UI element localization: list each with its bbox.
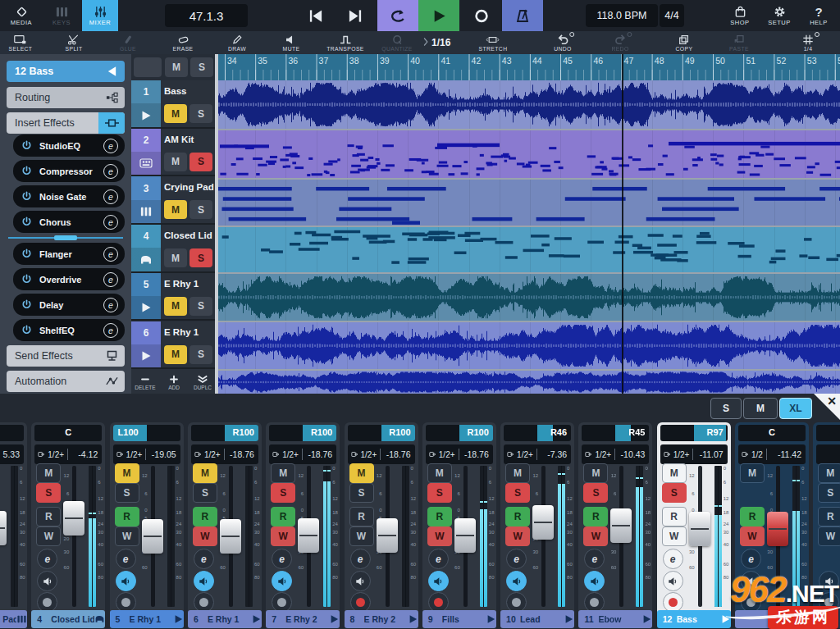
channel-edit-button[interactable]: e [37,549,57,569]
automation-write-button[interactable]: W [271,526,295,546]
record-button[interactable] [461,0,502,31]
channel-edit-button[interactable]: e [741,549,761,569]
cycle-button[interactable] [377,0,418,31]
channel-label[interactable]: 9Fills [422,610,496,628]
effect-slot-overdrive[interactable]: Overdrivee [13,268,125,290]
output-volume-row[interactable]: 1/2+-18.76 [348,444,415,464]
track-row-5[interactable]: 5E Rhy 1MS [131,273,215,321]
effect-slot-studioeq[interactable]: StudioEQe [13,134,125,157]
routing-button[interactable]: Routing [7,87,125,108]
track-solo-button[interactable]: S [189,248,212,267]
track-solo-button[interactable]: S [189,104,212,123]
channel-edit-button[interactable]: e [663,549,683,569]
output-volume-row[interactable] [816,444,840,464]
effect-slot-flanger[interactable]: Flangere [13,243,125,265]
automation-read-button[interactable]: R [115,507,139,526]
automation-write-button[interactable]: W [349,526,374,546]
monitor-button[interactable] [350,571,371,591]
track-solo-button[interactable]: S [189,345,212,364]
pan-control[interactable]: C [34,425,102,441]
volume-fader[interactable] [63,501,84,536]
channel-edit-button[interactable]: e [272,549,292,569]
position-display[interactable]: 47.1.3 [165,4,248,27]
clip-row-7[interactable] [218,371,840,394]
channel-mute-button[interactable]: M [740,463,765,483]
volume-fader[interactable] [298,518,319,553]
tool-mute-button[interactable]: MUTE [283,31,300,54]
output-volume-row[interactable]: 1/2+-18.76 [426,444,493,464]
channel-label[interactable]: 4Closed Lid [31,610,105,628]
mixer-tab[interactable]: MIXER [82,0,118,31]
tool-grid-button[interactable]: 1/4 [801,31,815,54]
channel-label[interactable]: 5E Rhy 1 [110,610,184,628]
channel-edit-button[interactable]: e [506,549,527,569]
mixer-size-m-button[interactable]: M [743,398,778,419]
clip-row-4[interactable] [218,227,840,272]
edit-effect-icon[interactable]: e [103,272,118,287]
automation-write-button[interactable]: W [818,526,840,546]
volume-fader[interactable] [767,512,788,546]
automation-read-button[interactable]: R [271,507,295,526]
tool-glue-button[interactable]: GLUE [120,31,136,54]
track-mute-button[interactable]: M [164,153,187,171]
tool-paste-button[interactable]: PASTE [729,31,749,54]
automation-read-button[interactable]: R [427,507,452,526]
automation-write-button[interactable]: W [505,526,530,546]
pan-control[interactable]: R100 [348,425,415,441]
scroll-indicator[interactable] [8,237,123,239]
pan-control[interactable]: R100 [269,425,336,441]
volume-fader[interactable] [689,512,710,546]
channel-solo-button[interactable]: S [818,483,840,503]
track-solo-button[interactable]: S [189,297,212,316]
channel-mute-button[interactable]: M [193,463,217,483]
clip-row-5[interactable] [218,274,840,321]
monitor-button[interactable] [584,571,605,591]
track-solo-button[interactable]: S [189,153,212,171]
automation-read-button[interactable]: R [36,507,61,526]
close-mixer-icon[interactable]: ✕ [827,394,837,408]
channel-mute-button[interactable]: M [427,463,452,483]
channel-edit-button[interactable]: e [194,549,214,569]
output-volume-row[interactable]: 1/2+-18.76 [191,444,258,464]
monitor-button[interactable] [116,571,136,591]
track-row-4[interactable]: 4Closed LidMS [131,225,215,273]
output-volume-row[interactable]: 5.33 [0,444,24,464]
automation-write-button[interactable]: W [427,526,452,546]
automation-write-button[interactable]: W [740,526,765,546]
volume-fader[interactable] [610,508,632,543]
quantize-value[interactable]: 1/16 [423,31,450,54]
delete-track-button[interactable]: DELETE [131,371,159,394]
volume-fader[interactable] [532,505,554,540]
effect-slot-shelfeq[interactable]: ShelfEQe [13,319,125,341]
edit-effect-icon[interactable]: e [103,323,118,338]
channel-solo-button[interactable]: S [193,483,217,503]
automation-read-button[interactable]: R [818,507,840,526]
tool-redo-button[interactable]: REDO [611,31,628,54]
channel-solo-button[interactable]: S [36,483,61,503]
channel-edit-button[interactable]: e [428,549,449,569]
clip-row-6[interactable] [218,322,840,369]
channel-label[interactable]: 8E Rhy 2 [345,610,418,628]
global-solo-button[interactable]: S [190,57,213,77]
global-mute-button[interactable]: M [165,57,188,77]
pan-control[interactable]: R46 [504,425,571,441]
pan-control[interactable]: R100 [191,425,258,441]
track-mute-button[interactable]: M [164,345,187,364]
pan-control[interactable]: R45 [582,425,649,441]
channel-label[interactable]: 7E Rhy 2 [266,610,340,628]
tool-quantize-button[interactable]: QUANTIZE [381,31,413,54]
output-volume-row[interactable]: 1/2+-4.12 [34,444,102,464]
auto-scroll-button[interactable] [134,57,162,77]
playhead[interactable] [622,54,623,394]
skip-to-start-button[interactable] [299,0,333,31]
effect-slot-compressor[interactable]: Compressore [13,160,125,182]
tool-undo-button[interactable]: UNDO [554,31,572,54]
channel-solo-button[interactable]: S [427,483,452,503]
channel-mute-button[interactable]: M [115,463,139,483]
insert-effects-button[interactable]: Insert Effects [7,112,125,134]
tool-split-button[interactable]: SPLIT [66,31,83,54]
output-volume-row[interactable]: 1/2+-18.76 [269,444,336,464]
edit-effect-icon[interactable]: e [103,189,118,204]
output-volume-row[interactable]: 1/2+-10.43 [582,444,649,464]
tool-erase-button[interactable]: ERASE [172,31,193,54]
